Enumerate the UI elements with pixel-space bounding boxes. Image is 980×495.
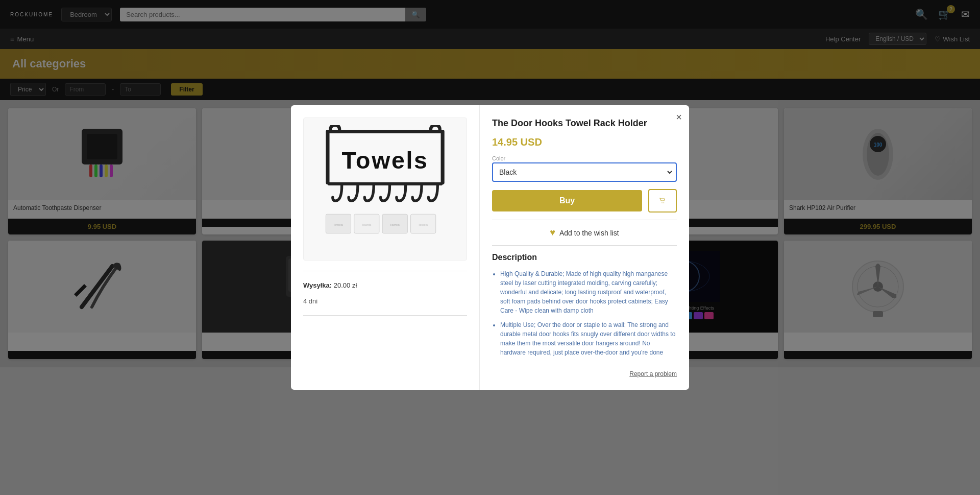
modal-actions: Buy — [492, 189, 677, 213]
desc-item-2: Multiple Use; Over the door or staple to… — [500, 320, 677, 357]
product-modal: × Towels — [291, 105, 689, 390]
svg-text:Towels: Towels — [418, 223, 428, 226]
report-problem-link[interactable]: Report a problem — [492, 370, 677, 378]
wishlist-row[interactable]: ♥ Add to the wish list — [492, 227, 677, 238]
color-label: Color — [492, 155, 677, 161]
svg-rect-47 — [328, 130, 443, 133]
modal-product-title: The Door Hooks Towel Rack Holder — [492, 117, 677, 129]
svg-text:Towels: Towels — [390, 223, 400, 226]
modal-section-divider-1 — [492, 220, 677, 220]
svg-rect-46 — [441, 130, 445, 184]
description-title: Description — [492, 253, 677, 262]
svg-point-59 — [664, 202, 665, 203]
color-selector-group: Color Black White Silver — [492, 155, 677, 182]
color-select[interactable]: Black White Silver — [495, 164, 674, 180]
buy-button[interactable]: Buy — [492, 190, 642, 211]
shipping-cost: 20.00 zł — [334, 281, 357, 289]
svg-rect-49 — [328, 182, 443, 185]
modal-product-image: Towels Towels Towels — [303, 117, 467, 261]
shipping-label: Wysyłka: — [303, 281, 332, 289]
svg-text:Towels: Towels — [333, 223, 343, 226]
modal-divider-2 — [303, 315, 467, 316]
svg-rect-45 — [326, 130, 329, 184]
delivery-days: 4 dni — [303, 297, 467, 305]
wishlist-label: Add to the wish list — [559, 229, 619, 237]
wishlist-heart-icon: ♥ — [550, 227, 555, 238]
svg-point-58 — [662, 202, 663, 203]
svg-text:Towels: Towels — [361, 223, 371, 226]
modal-product-price: 14.95 USD — [492, 136, 677, 148]
modal-left-panel: Towels Towels Towels — [291, 105, 480, 390]
description-list: High Quality & Durable; Made of high qua… — [492, 269, 677, 357]
modal-divider — [303, 271, 467, 271]
desc-item-1: High Quality & Durable; Made of high qua… — [500, 269, 677, 315]
modal-close-button[interactable]: × — [676, 111, 682, 123]
modal-right-panel: The Door Hooks Towel Rack Holder 14.95 U… — [480, 105, 689, 390]
modal-overlay[interactable]: × Towels — [0, 0, 980, 495]
add-to-cart-button[interactable] — [648, 189, 677, 213]
svg-text:Towels: Towels — [341, 147, 428, 174]
color-select-wrapper: Black White Silver — [492, 162, 677, 182]
shipping-info: Wysyłka: 20.00 zł — [303, 281, 467, 289]
modal-section-divider-2 — [492, 245, 677, 246]
